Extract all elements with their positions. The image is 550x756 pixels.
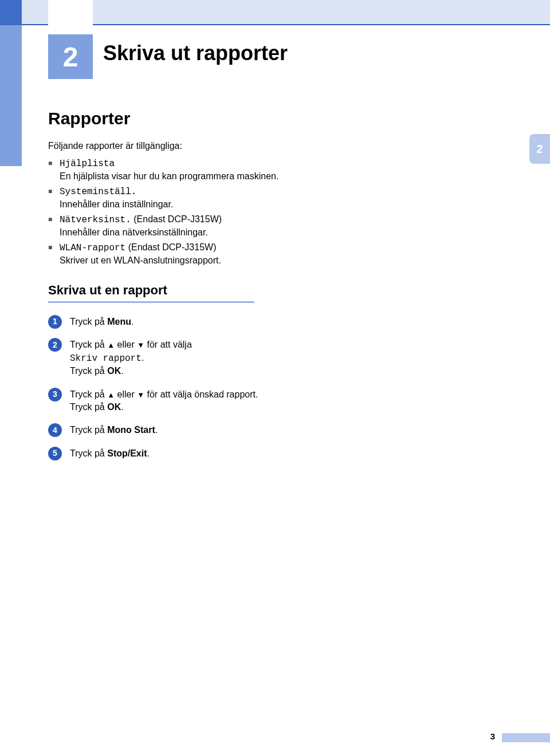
list-item: Nätverksinst. (Endast DCP-J315W) Innehål… bbox=[48, 214, 283, 238]
up-arrow-icon: ▲ bbox=[107, 391, 115, 399]
key-label: OK bbox=[107, 366, 121, 376]
step-badge: 4 bbox=[48, 423, 62, 437]
down-arrow-icon: ▼ bbox=[137, 391, 144, 399]
report-term: Nätverksinst. bbox=[60, 215, 131, 225]
step-text: Tryck på bbox=[70, 425, 107, 435]
key-label: Mono Start bbox=[107, 425, 155, 435]
step-text: Tryck på bbox=[70, 389, 107, 399]
list-item: Hjälplista En hjälplista visar hur du ka… bbox=[48, 158, 283, 182]
report-term: Hjälplista bbox=[60, 159, 115, 169]
report-term-suffix: (Endast DCP-J315W) bbox=[131, 214, 222, 224]
chapter-title: Skriva ut rapporter bbox=[103, 41, 288, 65]
report-term: Systeminställ. bbox=[60, 187, 136, 197]
footer-accent-bar bbox=[502, 733, 550, 742]
chapter-number-box: 2 bbox=[48, 34, 93, 79]
section-intro: Följande rapporter är tillgängliga: bbox=[48, 141, 283, 151]
step-item: 4 Tryck på Mono Start. bbox=[48, 424, 283, 436]
header-notch bbox=[48, 0, 93, 25]
step-item: 2 Tryck på ▲ eller ▼ för att välja Skriv… bbox=[48, 338, 283, 377]
step-item: 1 Tryck på Menu. bbox=[48, 316, 283, 328]
step-item: 3 Tryck på ▲ eller ▼ för att välja önska… bbox=[48, 388, 283, 414]
step-text: Tryck på bbox=[70, 448, 107, 458]
report-desc: Innehåller dina inställningar. bbox=[60, 199, 283, 210]
report-term: WLAN-rapport bbox=[60, 243, 125, 253]
page-number: 3 bbox=[490, 731, 495, 741]
left-rail-dark bbox=[0, 0, 22, 25]
key-label: Stop/Exit bbox=[107, 448, 147, 458]
report-term-suffix: (Endast DCP-J315W) bbox=[125, 242, 216, 252]
report-list: Hjälplista En hjälplista visar hur du ka… bbox=[48, 158, 283, 266]
step-text: Tryck på bbox=[70, 317, 107, 326]
down-arrow-icon: ▼ bbox=[137, 341, 144, 349]
subsection-heading: Skriva ut en rapport bbox=[48, 283, 254, 303]
key-label: OK bbox=[107, 402, 121, 412]
side-tab-chapter: 2 bbox=[529, 134, 550, 164]
report-desc: Innehåller dina nätverksinställningar. bbox=[60, 227, 283, 238]
step-badge: 5 bbox=[48, 447, 62, 460]
step-list: 1 Tryck på Menu. 2 Tryck på ▲ eller ▼ fö… bbox=[48, 316, 283, 460]
content-column: Rapporter Följande rapporter är tillgäng… bbox=[48, 109, 283, 470]
report-desc: Skriver ut en WLAN-anslutningsrapport. bbox=[60, 255, 283, 266]
list-item: WLAN-rapport (Endast DCP-J315W) Skriver … bbox=[48, 242, 283, 266]
step-badge: 1 bbox=[48, 315, 62, 329]
step-badge: 3 bbox=[48, 388, 62, 401]
report-desc: En hjälplista visar hur du kan programme… bbox=[60, 171, 283, 182]
menu-option: Skriv rapport bbox=[70, 353, 142, 364]
key-label: Menu bbox=[107, 317, 131, 326]
list-item: Systeminställ. Innehåller dina inställni… bbox=[48, 186, 283, 210]
section-heading: Rapporter bbox=[48, 109, 283, 128]
step-text: Tryck på bbox=[70, 340, 107, 349]
step-badge: 2 bbox=[48, 338, 62, 352]
up-arrow-icon: ▲ bbox=[107, 341, 115, 349]
step-item: 5 Tryck på Stop/Exit. bbox=[48, 447, 283, 460]
